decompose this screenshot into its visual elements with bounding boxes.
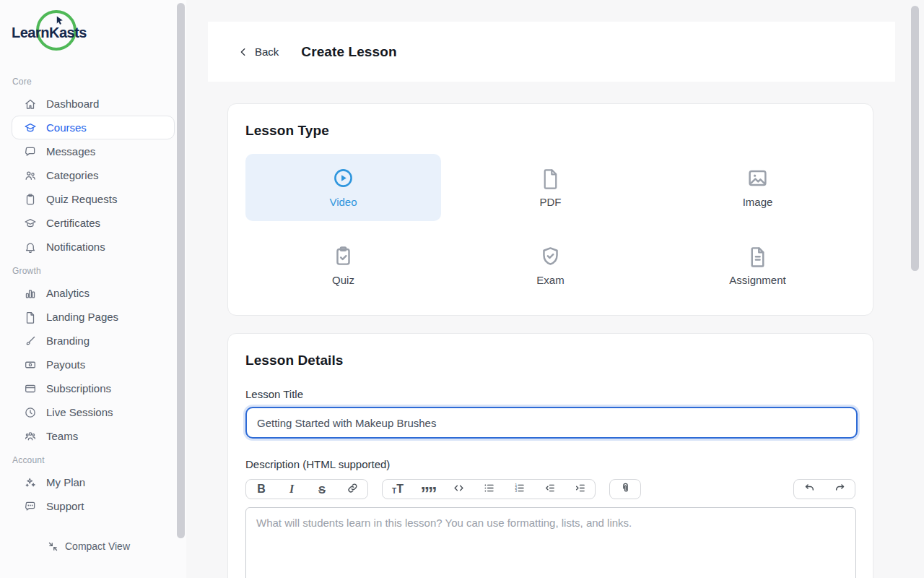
main-content: Back Create Lesson Lesson Type VideoPDFI… <box>186 0 924 578</box>
attachment-button[interactable] <box>610 480 640 499</box>
sparkles-icon <box>24 476 37 489</box>
compress-icon <box>48 541 58 552</box>
chat-dots-icon <box>24 500 37 513</box>
lesson-type-grid: VideoPDFImageQuizExamAssignment <box>245 154 855 299</box>
team-icon <box>24 430 37 443</box>
sidebar-item-label: My Plan <box>46 476 85 488</box>
sidebar-item-courses[interactable]: Courses <box>12 116 175 139</box>
compact-view-button[interactable]: Compact View <box>0 540 178 552</box>
sidebar-item-messages[interactable]: Messages <box>12 139 175 163</box>
sidebar-item-teams[interactable]: Teams <box>12 424 175 448</box>
lesson-type-option-assignment[interactable]: Assignment <box>660 232 855 299</box>
lesson-type-option-quiz[interactable]: Quiz <box>245 232 441 299</box>
sidebar-item-label: Subscriptions <box>46 382 111 394</box>
editor-toolbar: BISTT””123 <box>245 479 855 499</box>
clipboard-icon <box>24 193 37 206</box>
sidebar-item-support[interactable]: Support <box>12 494 175 518</box>
sidebar-item-label: Dashboard <box>46 98 99 110</box>
list-bullet-button[interactable] <box>474 480 504 499</box>
description-textarea[interactable] <box>245 507 856 578</box>
sidebar-item-label: Support <box>46 500 84 512</box>
lesson-type-option-video[interactable]: Video <box>245 154 441 221</box>
sidebar-item-label: Payouts <box>46 358 85 371</box>
strikethrough-button[interactable]: S <box>307 480 337 499</box>
sidebar-item-label: Quiz Requests <box>46 193 117 205</box>
lesson-type-option-exam[interactable]: Exam <box>453 232 648 299</box>
lesson-type-option-pdf[interactable]: PDF <box>453 154 648 221</box>
lesson-details-title: Lesson Details <box>245 353 855 368</box>
logo-text: LearnKasts <box>12 25 87 41</box>
lesson-type-option-label: PDF <box>540 196 562 208</box>
sidebar-item-label: Branding <box>46 335 90 347</box>
list-numbered-button[interactable]: 123 <box>504 480 534 499</box>
italic-button[interactable]: I <box>276 480 307 499</box>
sidebar-item-label: Certificates <box>46 217 100 229</box>
text-size-button[interactable]: TT <box>383 480 413 499</box>
clipboard-check-icon <box>332 245 354 267</box>
cursor-icon <box>53 15 65 27</box>
svg-text:3: 3 <box>515 489 517 493</box>
lesson-title-input[interactable] <box>245 407 858 439</box>
app-logo[interactable]: LearnKasts <box>10 9 97 69</box>
section-label-growth: Growth <box>12 266 186 276</box>
sidebar-item-label: Notifications <box>46 241 105 253</box>
bold-button[interactable]: B <box>246 480 276 499</box>
sidebar-item-label: Categories <box>46 169 99 181</box>
sidebar-item-payouts[interactable]: Payouts <box>12 353 175 376</box>
sidebar-item-label: Live Sessions <box>46 406 113 418</box>
lesson-type-option-label: Quiz <box>332 274 354 286</box>
sidebar-item-live-sessions[interactable]: Live Sessions <box>12 400 175 424</box>
sidebar-item-analytics[interactable]: Analytics <box>12 281 175 305</box>
sidebar-nav: CoreDashboardCoursesMessagesCategoriesQu… <box>0 77 186 518</box>
lesson-type-card: Lesson Type VideoPDFImageQuizExamAssignm… <box>227 103 873 316</box>
indent-button[interactable] <box>565 480 595 499</box>
sidebar-item-landing-pages[interactable]: Landing Pages <box>12 305 175 329</box>
page-header: Back Create Lesson <box>208 22 895 82</box>
sidebar-item-label: Teams <box>46 430 78 442</box>
outdent-icon <box>544 482 556 496</box>
graduation-cap-icon <box>24 121 37 134</box>
toolbar-group <box>609 479 641 499</box>
sidebar-item-label: Analytics <box>46 287 90 299</box>
undo-button[interactable] <box>794 480 824 499</box>
sidebar-item-label: Courses <box>46 121 87 134</box>
chat-icon <box>24 145 37 158</box>
sidebar-item-my-plan[interactable]: My Plan <box>12 470 175 494</box>
outdent-button[interactable] <box>534 480 565 499</box>
users-icon <box>24 169 37 182</box>
section-label-core: Core <box>12 77 186 87</box>
sidebar-item-certificates[interactable]: Certificates <box>12 211 175 235</box>
sidebar: LearnKasts CoreDashboardCoursesMessagesC… <box>0 0 186 578</box>
page-title: Create Lesson <box>301 44 396 60</box>
sidebar-scrollbar-thumb[interactable] <box>177 3 185 538</box>
sidebar-item-dashboard[interactable]: Dashboard <box>12 92 175 116</box>
sidebar-item-subscriptions[interactable]: Subscriptions <box>12 376 175 400</box>
sidebar-item-notifications[interactable]: Notifications <box>12 235 175 259</box>
toolbar-group: BIS <box>245 479 368 499</box>
sidebar-item-quiz-requests[interactable]: Quiz Requests <box>12 187 175 211</box>
attachment-icon <box>619 482 632 496</box>
description-label: Description (HTML supported) <box>245 458 855 470</box>
sidebar-item-label: Landing Pages <box>46 311 118 323</box>
file-icon <box>24 311 37 324</box>
quote-button[interactable]: ”” <box>413 480 443 499</box>
redo-button[interactable] <box>824 480 855 499</box>
sidebar-item-branding[interactable]: Branding <box>12 329 175 353</box>
lesson-details-card: Lesson Details Lesson Title Description … <box>227 333 873 578</box>
list-bullet-icon <box>483 482 495 496</box>
graduation-cap-icon <box>24 217 37 230</box>
lesson-type-option-label: Exam <box>536 274 564 286</box>
brush-icon <box>24 335 37 348</box>
sidebar-item-categories[interactable]: Categories <box>12 163 175 187</box>
lesson-type-option-image[interactable]: Image <box>660 154 855 221</box>
code-button[interactable] <box>443 480 474 499</box>
clock-icon <box>24 406 37 419</box>
file-icon <box>539 167 562 189</box>
link-button[interactable] <box>337 480 367 499</box>
toolbar-history-group <box>793 479 855 499</box>
back-button[interactable]: Back <box>238 46 279 58</box>
lesson-type-option-label: Assignment <box>729 274 785 286</box>
list-numbered-icon: 123 <box>513 482 526 496</box>
main-scrollbar-thumb[interactable] <box>911 6 919 271</box>
back-label: Back <box>255 46 279 58</box>
